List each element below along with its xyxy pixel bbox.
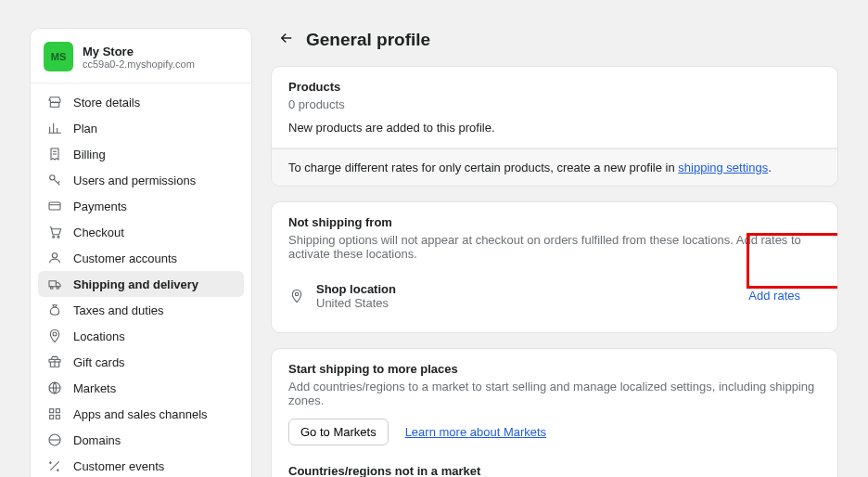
nav-label: Customer events (73, 459, 164, 473)
nav-label: Billing (73, 148, 106, 161)
not-shipping-desc: Shipping options will not appear at chec… (288, 233, 821, 261)
nav-apps[interactable]: Apps and sales channels (38, 401, 244, 427)
svg-rect-10 (50, 409, 54, 413)
nav-label: Payments (73, 200, 127, 213)
nav-plan[interactable]: Plan (38, 115, 244, 141)
products-banner: To charge different rates for only certa… (272, 148, 837, 186)
nav-billing[interactable]: Billing (38, 141, 244, 167)
learn-more-markets-link[interactable]: Learn more about Markets (405, 425, 546, 439)
nav-checkout[interactable]: Checkout (38, 219, 244, 245)
products-title: Products (288, 80, 821, 94)
location-country: United States (316, 296, 396, 310)
nav-customer-events[interactable]: Customer events (38, 453, 244, 477)
nav-label: Store details (73, 96, 140, 110)
nav-label: Customer accounts (73, 251, 177, 265)
nav-store-details[interactable]: Store details (38, 89, 244, 115)
svg-point-7 (53, 332, 57, 336)
location-icon (288, 288, 305, 304)
pin-icon (47, 329, 62, 343)
nav-domains[interactable]: Domains (38, 427, 244, 453)
svg-point-2 (53, 236, 55, 238)
grid-icon (47, 406, 62, 421)
banner-text-pre: To charge different rates for only certa… (288, 161, 678, 174)
nav-label: Shipping and delivery (73, 277, 198, 291)
nav-shipping[interactable]: Shipping and delivery (38, 271, 244, 297)
store-domain: cc59a0-2.myshopify.com (83, 58, 195, 70)
nav-users[interactable]: Users and permissions (38, 167, 244, 193)
nav-label: Users and permissions (73, 174, 196, 187)
nav-list: Store details Plan Billing Users and per… (31, 84, 251, 477)
nav-label: Checkout (73, 226, 124, 239)
products-card: Products 0 products New products are add… (271, 66, 838, 187)
main-content: General profile Products 0 products New … (271, 28, 838, 477)
svg-point-4 (52, 253, 57, 258)
svg-point-5 (50, 287, 53, 290)
products-count: 0 products (288, 97, 821, 111)
svg-point-3 (57, 236, 59, 238)
markets-desc: Add countries/regions to a market to sta… (288, 380, 821, 407)
not-shipping-card: Not shipping from Shipping options will … (271, 201, 838, 333)
markets-title: Start shipping to more places (288, 362, 821, 376)
page-header: General profile (271, 28, 838, 51)
nav-label: Plan (73, 122, 97, 135)
store-avatar: MS (44, 42, 73, 71)
person-icon (47, 251, 62, 265)
products-desc: New products are added to this profile. (288, 121, 821, 135)
go-to-markets-button[interactable]: Go to Markets (288, 419, 389, 445)
globe2-icon (47, 432, 62, 447)
nav-payments[interactable]: Payments (38, 193, 244, 219)
nav-markets[interactable]: Markets (38, 375, 244, 401)
location-title: Shop location (316, 282, 396, 296)
wand-icon (47, 458, 62, 473)
nav-label: Locations (73, 329, 125, 343)
key-icon (47, 173, 62, 187)
not-shipping-title: Not shipping from (288, 215, 821, 229)
nav-label: Apps and sales channels (73, 407, 208, 421)
svg-rect-11 (56, 409, 59, 413)
nav-gift-cards[interactable]: Gift cards (38, 349, 244, 375)
store-header: MS My Store cc59a0-2.myshopify.com (31, 29, 251, 84)
bar-chart-icon (47, 121, 62, 135)
svg-rect-12 (50, 415, 54, 419)
svg-point-0 (50, 175, 55, 180)
add-rates-link[interactable]: Add rates (728, 272, 821, 319)
page-title: General profile (306, 30, 430, 50)
nav-customer-accounts[interactable]: Customer accounts (38, 245, 244, 271)
truck-icon (47, 277, 62, 291)
sidebar: MS My Store cc59a0-2.myshopify.com Store… (30, 28, 252, 477)
countries-title: Countries/regions not in a market (288, 464, 821, 477)
nav-label: Markets (73, 381, 116, 395)
markets-card: Start shipping to more places Add countr… (271, 348, 838, 477)
credit-card-icon (47, 199, 62, 213)
shipping-settings-link[interactable]: shipping settings (678, 161, 768, 174)
svg-rect-13 (56, 415, 59, 419)
back-button[interactable] (276, 28, 297, 51)
banner-text-post: . (768, 161, 772, 174)
cart-icon (47, 225, 62, 239)
moneybag-icon (47, 303, 62, 317)
store-name: My Store (83, 45, 195, 58)
store-avatar-text: MS (51, 51, 67, 62)
svg-point-16 (295, 292, 298, 295)
svg-point-6 (57, 287, 59, 290)
storefront-icon (47, 95, 62, 110)
receipt-icon (47, 147, 62, 161)
nav-taxes[interactable]: Taxes and duties (38, 297, 244, 323)
nav-label: Domains (73, 433, 121, 447)
nav-label: Gift cards (73, 355, 125, 369)
globe-icon (47, 380, 62, 395)
nav-locations[interactable]: Locations (38, 323, 244, 349)
nav-label: Taxes and duties (73, 303, 164, 317)
svg-rect-1 (49, 202, 60, 210)
gift-icon (47, 355, 62, 369)
